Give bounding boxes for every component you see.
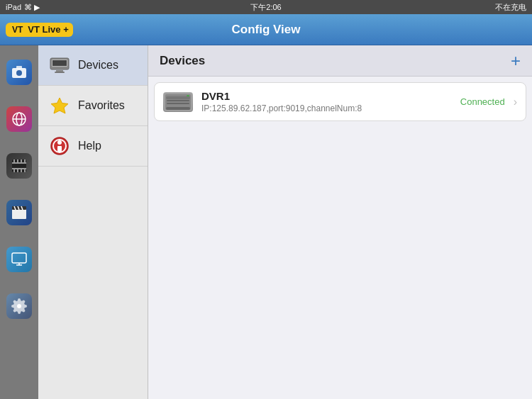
app-badge: VT VT Live +	[6, 23, 73, 37]
add-device-button[interactable]: +	[511, 52, 521, 69]
device-name: DVR1	[201, 90, 452, 102]
app-name: VT Live +	[28, 24, 68, 35]
rail-item-camera[interactable]	[4, 50, 35, 95]
svg-rect-11	[21, 159, 22, 162]
favorites-icon	[50, 96, 70, 116]
rail-item-film[interactable]	[4, 143, 35, 189]
wifi-icon: ⌘ ▶	[24, 3, 40, 12]
nav-bar: VT VT Live + Config View	[0, 14, 532, 45]
svg-rect-7	[12, 162, 26, 164]
device-detail: IP:125.89.62.187,port:9019,channelNum:8	[201, 103, 452, 113]
sidebar-item-help[interactable]: Help	[38, 126, 148, 167]
status-device: iPad	[6, 3, 21, 11]
clapboard-icon	[6, 200, 32, 225]
chevron-right-icon: ›	[514, 96, 517, 108]
main-layout: Devices Favorites Help Devices +	[0, 45, 532, 399]
devices-icon	[50, 55, 70, 75]
svg-rect-15	[21, 169, 22, 172]
svg-rect-22	[12, 253, 26, 263]
app-badge-vt: VT	[10, 24, 25, 35]
svg-point-1	[16, 70, 22, 76]
icon-rail	[0, 45, 38, 399]
device-list: DVR1 IP:125.89.62.187,port:9019,channelN…	[148, 77, 532, 399]
svg-rect-38	[165, 94, 191, 110]
rail-item-monitor[interactable]	[4, 237, 35, 282]
status-battery: 不在充电	[495, 2, 526, 13]
sidebar-item-devices[interactable]: Devices	[38, 45, 148, 86]
svg-rect-13	[13, 169, 15, 172]
svg-rect-14	[17, 169, 18, 172]
svg-rect-40	[167, 100, 189, 101]
sidebar-favorites-label: Favorites	[78, 99, 125, 112]
nav-title: Config View	[232, 23, 301, 37]
sidebar-item-favorites[interactable]: Favorites	[38, 86, 148, 126]
camera-icon	[6, 60, 32, 85]
svg-rect-17	[12, 209, 26, 219]
status-left: iPad ⌘ ▶	[6, 3, 40, 12]
device-item[interactable]: DVR1 IP:125.89.62.187,port:9019,channelN…	[154, 82, 526, 121]
rail-item-globe[interactable]	[4, 96, 35, 142]
svg-rect-9	[13, 159, 15, 162]
svg-rect-8	[12, 168, 26, 169]
device-info: DVR1 IP:125.89.62.187,port:9019,channelN…	[201, 90, 452, 113]
monitor-icon	[6, 247, 32, 272]
svg-rect-29	[56, 70, 63, 72]
dvr-icon	[163, 92, 193, 112]
sidebar-help-label: Help	[78, 140, 101, 152]
gear-icon	[6, 293, 32, 319]
svg-rect-28	[52, 60, 67, 66]
sidebar: Devices Favorites Help	[38, 45, 148, 399]
rail-item-gear[interactable]	[4, 283, 35, 329]
svg-rect-39	[167, 97, 189, 99]
svg-rect-12	[24, 159, 26, 162]
svg-rect-41	[167, 103, 189, 104]
status-time: 下午2:06	[250, 2, 281, 13]
device-status: Connected	[460, 96, 505, 107]
film-icon	[6, 153, 32, 179]
content-area: Devices + DVR1 IP:125.89.62.18	[148, 45, 532, 399]
status-bar: iPad ⌘ ▶ 下午2:06 不在充电	[0, 0, 532, 14]
svg-point-35	[57, 140, 62, 145]
sidebar-devices-label: Devices	[78, 59, 118, 72]
content-header: Devices +	[148, 45, 532, 77]
rail-item-clapboard[interactable]	[4, 190, 35, 235]
svg-marker-31	[51, 98, 68, 113]
svg-point-42	[187, 95, 189, 98]
svg-rect-30	[55, 72, 65, 73]
svg-rect-36	[57, 146, 62, 152]
svg-rect-2	[16, 66, 22, 69]
globe-icon	[6, 106, 32, 132]
svg-rect-10	[17, 159, 18, 162]
svg-rect-16	[24, 169, 26, 172]
help-icon	[50, 136, 70, 156]
content-title: Devices	[160, 54, 205, 68]
